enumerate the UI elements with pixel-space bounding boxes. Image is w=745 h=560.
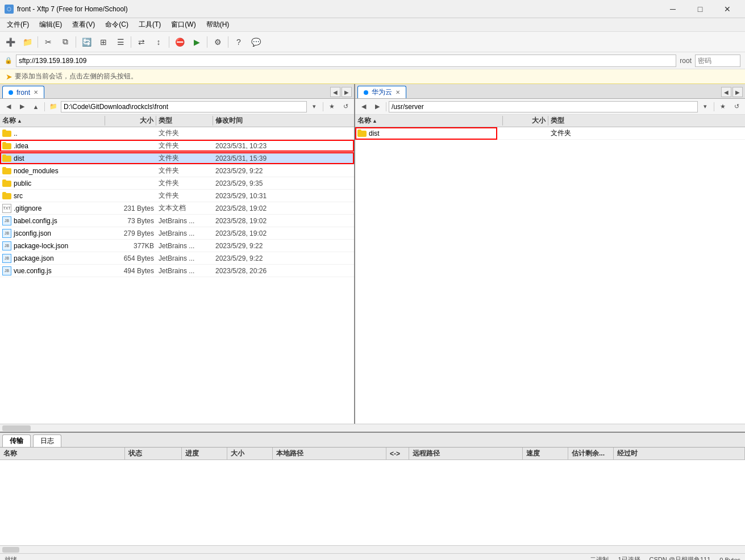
left-refresh-button[interactable]: ↺ <box>339 101 352 113</box>
menu-view[interactable]: 查看(V) <box>68 19 99 31</box>
file-name: JB package.json <box>0 254 105 263</box>
file-name: JB package-lock.json <box>0 241 105 250</box>
left-path-dropdown[interactable]: ▾ <box>308 101 321 113</box>
right-tab-label: 华为云 <box>372 87 392 97</box>
menu-tools[interactable]: 工具(T) <box>134 19 165 31</box>
table-row[interactable]: JB babel.config.js 73 Bytes JetBrains ..… <box>0 215 354 227</box>
table-row[interactable]: JB package-lock.json 377KB JetBrains ...… <box>0 240 354 252</box>
stop-button[interactable]: ⛔ <box>172 34 188 50</box>
file-type: 文件夹 <box>548 128 745 138</box>
left-col-size[interactable]: 大小 <box>105 116 156 126</box>
right-forward-button[interactable]: ▶ <box>371 101 384 113</box>
table-row[interactable]: dist 文件夹 <box>355 127 745 140</box>
table-row[interactable]: node_modules 文件夹 2023/5/29, 9:22 <box>0 165 354 177</box>
left-forward-button[interactable]: ▶ <box>16 101 28 113</box>
left-back-button[interactable]: ◀ <box>2 101 15 113</box>
file-size: 231 Bytes <box>105 204 156 212</box>
file-type: 文本文档 <box>156 203 213 213</box>
file-type: 文件夹 <box>156 141 213 151</box>
right-refresh-button[interactable]: ↺ <box>730 101 743 113</box>
table-row[interactable]: src 文件夹 2023/5/29, 10:31 <box>0 190 354 202</box>
view-button[interactable]: ⊞ <box>95 34 111 50</box>
left-up-button[interactable]: ▲ <box>30 101 42 113</box>
folder-icon <box>2 154 11 162</box>
menu-bar: 文件(F) 编辑(E) 查看(V) 命令(C) 工具(T) 窗口(W) 帮助(H… <box>0 18 745 32</box>
table-row[interactable]: JB package.json 654 Bytes JetBrains ... … <box>0 252 354 265</box>
right-tab-huawei[interactable]: 华为云 ✕ <box>357 86 406 98</box>
file-date: 2023/5/28, 19:02 <box>213 229 354 237</box>
table-row[interactable]: .. 文件夹 <box>0 127 354 140</box>
right-path-dropdown[interactable]: ▾ <box>699 101 711 113</box>
hint-text: 要添加当前会话，点击左侧的箭头按钮。 <box>15 72 138 81</box>
transfer-tab-transfer[interactable]: 传输 <box>2 434 31 447</box>
table-row[interactable]: JB vue.config.js 494 Bytes JetBrains ...… <box>0 265 354 277</box>
right-back-button[interactable]: ◀ <box>357 101 370 113</box>
status-size: 0 Bytes <box>719 557 740 561</box>
left-tab-prev[interactable]: ◀ <box>330 87 340 97</box>
scrollbar-thumb[interactable] <box>2 425 31 431</box>
tr-col-size: 大小 <box>227 448 273 459</box>
table-row[interactable]: dist 文件夹 2023/5/31, 15:39 <box>0 152 354 165</box>
right-col-size[interactable]: 大小 <box>503 116 548 126</box>
left-col-type[interactable]: 类型 <box>156 116 213 126</box>
left-tab-close[interactable]: ✕ <box>34 89 38 95</box>
title-bar: ⬡ front - Xftp 7 (Free for Home/School) … <box>0 0 745 18</box>
bottom-scrollbar-thumb[interactable] <box>2 547 19 553</box>
bottom-scrollbar[interactable] <box>0 545 745 553</box>
right-col-name[interactable]: 名称 ▲ <box>355 116 503 126</box>
hint-arrow-icon: ➤ <box>6 72 13 81</box>
transfer-tab-log[interactable]: 日志 <box>33 434 61 447</box>
right-col-type[interactable]: 类型 <box>548 116 745 126</box>
left-pane-toolbar: ◀ ▶ ▲ 📁 ▾ ★ ↺ <box>0 99 354 115</box>
left-col-name[interactable]: 名称 ▲ <box>0 116 105 126</box>
menu-command[interactable]: 命令(C) <box>101 19 133 31</box>
password-input[interactable] <box>695 55 740 67</box>
menu-help[interactable]: 帮助(H) <box>202 19 234 31</box>
right-tab-next[interactable]: ▶ <box>732 87 743 97</box>
file-icon: JB <box>2 241 11 250</box>
user-label: root <box>680 57 692 65</box>
start-button[interactable]: ▶ <box>189 34 205 50</box>
right-tab-prev[interactable]: ◀ <box>721 87 731 97</box>
table-row[interactable]: TXT .gitignore 231 Bytes 文本文档 2023/5/28,… <box>0 202 354 215</box>
menu-window[interactable]: 窗口(W) <box>167 19 200 31</box>
copy-button[interactable]: ⧉ <box>57 34 73 50</box>
open-button[interactable]: 📁 <box>19 34 35 50</box>
status-selected: 1已选择 <box>618 555 640 560</box>
left-col-date[interactable]: 修改时间 <box>213 116 354 126</box>
left-path-input[interactable] <box>61 101 307 112</box>
cut-button[interactable]: ✂ <box>40 34 56 50</box>
left-tab-front[interactable]: front ✕ <box>2 86 44 98</box>
settings-button[interactable]: ⚙ <box>210 34 226 50</box>
menu-file[interactable]: 文件(F) <box>2 19 34 31</box>
table-row[interactable]: public 文件夹 2023/5/29, 9:35 <box>0 177 354 190</box>
file-name: .. <box>0 129 105 137</box>
view-list-button[interactable]: ☰ <box>113 34 128 50</box>
refresh-button[interactable]: 🔄 <box>78 34 94 50</box>
transfer-button[interactable]: ⇄ <box>134 34 149 50</box>
help-button[interactable]: ? <box>231 34 247 50</box>
left-tab-next[interactable]: ▶ <box>342 87 352 97</box>
transfer-header: 名称 状态 进度 大小 本地路径 <-> 远程路径 速度 估计剩余... 经过时 <box>0 448 745 460</box>
menu-edit[interactable]: 编辑(E) <box>35 19 66 31</box>
maximize-button[interactable]: □ <box>687 0 713 18</box>
right-bookmark-button[interactable]: ★ <box>717 101 729 113</box>
status-ready: 就绪 <box>5 555 585 560</box>
file-size: 279 Bytes <box>105 229 156 237</box>
right-path-input[interactable] <box>389 101 698 112</box>
right-tab-close[interactable]: ✕ <box>396 89 400 95</box>
file-icon: JB <box>2 229 11 238</box>
status-bar: 就绪 二进制 1已选择 CSDN @只想摸鱼111 0 Bytes <box>0 553 745 560</box>
table-row[interactable]: .idea 文件夹 2023/5/31, 10:23 <box>0 140 354 152</box>
sync-button[interactable]: ↕ <box>151 34 167 50</box>
left-bookmark-button[interactable]: ★ <box>326 101 338 113</box>
file-date: 2023/5/29, 9:22 <box>213 167 354 175</box>
right-sort-arrow: ▲ <box>372 118 377 124</box>
new-session-button[interactable]: ➕ <box>2 34 18 50</box>
scrollbar-horizontal[interactable] <box>0 424 745 432</box>
minimize-button[interactable]: ─ <box>660 0 686 18</box>
comment-button[interactable]: 💬 <box>248 34 264 50</box>
close-button[interactable]: ✕ <box>714 0 740 18</box>
address-input[interactable] <box>16 55 676 67</box>
table-row[interactable]: JB jsconfig.json 279 Bytes JetBrains ...… <box>0 227 354 240</box>
